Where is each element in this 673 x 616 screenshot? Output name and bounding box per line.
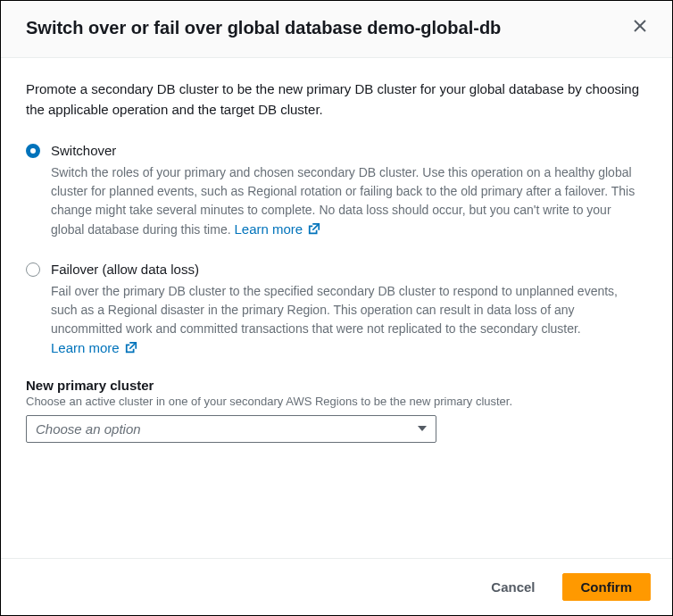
new-primary-cluster-select[interactable]: Choose an option xyxy=(26,415,436,443)
modal-footer: Cancel Confirm xyxy=(1,558,672,615)
radio-switchover-label: Switchover xyxy=(51,141,647,160)
radio-option-failover[interactable]: Failover (allow data loss) Fail over the… xyxy=(26,260,647,359)
radio-option-switchover[interactable]: Switchover Switch the roles of your prim… xyxy=(26,141,647,240)
radio-switchover-content: Switchover Switch the roles of your prim… xyxy=(51,141,647,240)
radio-switchover-description: Switch the roles of your primary and cho… xyxy=(51,163,647,240)
radio-failover-description: Fail over the primary DB cluster to the … xyxy=(51,282,647,359)
external-link-icon xyxy=(123,340,137,355)
modal-body: Promote a secondary DB cluster to be the… xyxy=(1,58,672,558)
learn-more-switchover-text: Learn more xyxy=(234,221,303,237)
learn-more-failover-text: Learn more xyxy=(51,340,120,355)
modal-title: Switch over or fail over global database… xyxy=(26,16,501,39)
learn-more-switchover-link[interactable]: Learn more xyxy=(234,221,320,237)
radio-failover-content: Failover (allow data loss) Fail over the… xyxy=(51,260,647,359)
cancel-button[interactable]: Cancel xyxy=(473,573,553,601)
switchover-failover-modal: Switch over or fail over global database… xyxy=(0,0,673,616)
radio-switchover-desc-text: Switch the roles of your primary and cho… xyxy=(51,165,635,237)
close-icon xyxy=(633,19,647,36)
radio-failover-label: Failover (allow data loss) xyxy=(51,260,647,279)
radio-failover-desc-text: Fail over the primary DB cluster to the … xyxy=(51,284,618,336)
radio-switchover[interactable] xyxy=(26,144,40,158)
new-primary-cluster-label: New primary cluster xyxy=(26,378,647,393)
external-link-icon xyxy=(306,221,320,237)
new-primary-cluster-hint: Choose an active cluster in one of your … xyxy=(26,395,647,408)
radio-failover[interactable] xyxy=(26,262,40,277)
learn-more-failover-link[interactable]: Learn more xyxy=(51,340,137,355)
confirm-button[interactable]: Confirm xyxy=(562,573,652,601)
intro-text: Promote a secondary DB cluster to be the… xyxy=(26,79,647,120)
close-button[interactable] xyxy=(629,15,651,39)
modal-header: Switch over or fail over global database… xyxy=(1,1,672,58)
new-primary-cluster-select-wrap: Choose an option xyxy=(26,415,436,443)
